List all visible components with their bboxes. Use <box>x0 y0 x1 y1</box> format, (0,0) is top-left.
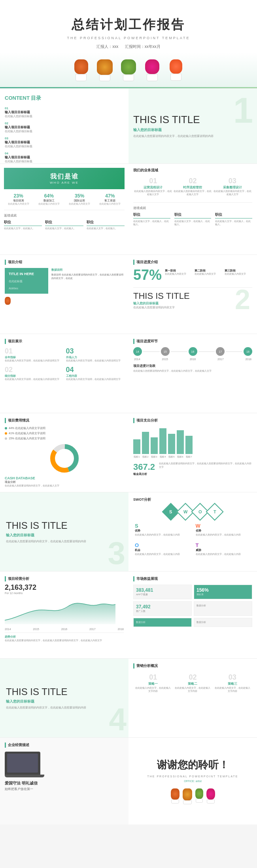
timeline-line <box>198 351 215 352</box>
trend-label: 趋势分析 <box>5 635 124 639</box>
thanks-addr: OFFICE: artist <box>184 780 202 783</box>
thank-cactus-4 <box>206 788 215 804</box>
slide-company: 企业经营描述 爱国守法 明礼诚信 始终把客户放在第一 谢谢您的聆听！ THE P… <box>0 737 257 824</box>
area-labels: 20142015201620172018 <box>5 628 124 631</box>
stats-row: 23%项目统筹在此处输入内容文字64%数据加工在此处输入内容文字35%国际运营在… <box>4 193 125 206</box>
position-row-2: 职位 在此处输入文字，在此输入，在此输入。 职位 在此处输入文字，在此输入，在此… <box>133 212 252 226</box>
title2-subtitle: 输入您的目标标题 <box>133 301 252 306</box>
marketing-label: 营销分析概况 <box>133 663 252 669</box>
strategy-item: 01策略一在此处输入内容文字，在此处输入文字内容 <box>133 672 173 695</box>
market-item: 数据分析 <box>194 618 252 627</box>
proj-display-right: 项目进度环节 1415161718 20142015201620172018 项… <box>128 334 257 413</box>
market-item: 37,492推广人数 <box>133 601 192 616</box>
stat-item: 64%数据加工在此处输入内容文字 <box>34 193 63 206</box>
cactus-4 <box>144 59 161 81</box>
title1-desc: 在此处输入您想要说明的内容文字，在此处输入您想要说明的内容 <box>133 134 252 139</box>
analysis-desc-section: 在此处输入您想要说明的内容文字，在此处输入您想要说明的内容文字，在此处输入内容文… <box>159 462 252 476</box>
proj-intro-left: 项目介绍 TITLE IN HERE 在此处标题 Abilities 数据说明 … <box>0 255 128 334</box>
strategy-item: 03策略三在此处输入内容文字，在此处输入文字内容 <box>213 672 252 695</box>
bar <box>168 434 175 454</box>
big-num-1: 1 <box>233 93 253 128</box>
bar-chart <box>133 426 252 454</box>
financial-right: 市场效益展现 383,481APP下载量156%增长率37,492推广人数数据分… <box>128 572 257 658</box>
who-right: 我们的业务流域 01运营流程设计在此处输入您的项目内容文字，在此处输入文字02时… <box>128 164 257 255</box>
timeline-year-label: 2016 <box>190 358 196 361</box>
expense-right-label: 项目支出分析 <box>133 418 252 423</box>
trend-section: 趋势分析 在此处输入您想要说明的内容文字，在此处输入您想要说明的内容文字，在此处… <box>5 632 124 642</box>
title3-text: THIS IS TITLE <box>6 520 123 531</box>
thanks-cactus-row <box>171 788 215 804</box>
thank-cactus-3 <box>195 788 203 804</box>
slide-expense: 项目费用情况 44% 在此处输入内容文字说明41% 在此处输入内容文字说明15%… <box>0 413 257 492</box>
slide-project-intro: 项目介绍 TITLE IN HERE 在此处标题 Abilities 数据说明 … <box>0 255 257 334</box>
proj-grid-item: 01全年指标在此处输入内容文字说明，在此处输入内容说明文字 <box>5 347 63 363</box>
slide-project-display: 项目展示 01全年指标在此处输入内容文字说明，在此处输入内容说明文字03外场人力… <box>0 334 257 413</box>
bar <box>159 428 166 454</box>
finance-sub: For 12 months <box>5 592 124 594</box>
stat-item: 47%客工资源在此处输入内容文字 <box>96 193 125 206</box>
stages-row: 第一阶段在此处输入内容文字第二阶段在此处输入内容文字第三阶段在此处输入内容文字 <box>165 269 252 276</box>
title4-left: THIS IS TITLE 输入您的目标标题 在此处输入您想要说明的内容文字，在… <box>0 659 128 737</box>
diamond-t: T <box>206 503 223 520</box>
trend-desc: 在此处输入您想要说明的内容文字，在此处输入您想要说明的内容文字，在此处输入内容文… <box>5 639 124 642</box>
title3-left: THIS IS TITLE 输入您的目标标题 在此处输入您想要说明的内容文字，在… <box>0 492 128 571</box>
cactus-row <box>0 53 257 81</box>
stat-item: 35%国际运营在此处输入内容文字 <box>65 193 94 206</box>
timeline-line <box>143 351 160 352</box>
timeline-circle: 17 <box>216 347 225 356</box>
bar <box>142 432 149 454</box>
company-left: 企业经营描述 爱国守法 明礼诚信 始终把客户放在第一 <box>0 738 128 824</box>
financial-label: 项目经营分析 <box>5 576 124 581</box>
timeline-plan-label: 项目进度计划表 <box>133 364 252 368</box>
proj-grid-item: 04工程内容在此处输入内容文字说明，在此处输入内容说明文字 <box>66 366 124 381</box>
laptop-screen <box>5 752 40 775</box>
strategy-item: 02策略二在此处输入内容文字，在此处输入文字内容 <box>173 672 212 695</box>
content-label: CONTENT 目录 <box>5 95 124 102</box>
date-label: 汇报时间：xx年xx月 <box>125 44 161 49</box>
stage-item: 第一阶段在此处输入内容文字 <box>165 269 193 276</box>
analysis-desc: 在此处输入您想要说明的内容文字，在此处输入您想要说明的内容文字，在此处输入内容文… <box>159 462 252 469</box>
swot-item: W劣势在此处输入您的内容文字，在此处输入内容 <box>194 521 253 538</box>
thank-cactus-1 <box>171 788 180 804</box>
proj-intro-right: 项目进度介绍 57% 第一阶段在此处输入内容文字第二阶段在此处输入内容文字第三阶… <box>128 255 257 334</box>
timeline-desc: 在此处输入您想要说明的内容文字，在此处输入内容文字，在此处输入文字 <box>133 369 252 373</box>
stage-item: 第二阶段在此处输入内容文字 <box>195 269 222 276</box>
timeline-year-label: 2014 <box>134 358 140 361</box>
title4-text: THIS IS TITLE <box>6 686 123 697</box>
timeline-row: 1415161718 <box>133 347 252 356</box>
swot-grid: S优势在此处输入您的内容文字，在此处输入内容W劣势在此处输入您的内容文字，在此处… <box>133 521 252 558</box>
timeline-years: 20142015201620172018 <box>133 358 252 361</box>
timeline-circle: 14 <box>133 347 142 356</box>
donut-chart <box>49 443 80 474</box>
position-item: 职位在此处输入文字，在此输入。 <box>45 220 83 230</box>
title4-subtitle: 输入您的目标标题 <box>6 699 123 704</box>
cash-label: CASH DATABASE <box>5 476 124 480</box>
who-left: 我们是谁 WHO ARE WE 23%项目统筹在此处输入内容文字64%数据加工在… <box>0 164 128 255</box>
expense-item: 15% 在此处输入内容文字说明 <box>5 437 124 441</box>
bar-label: 指标5 <box>168 455 175 459</box>
content-item: 04输入项目目标标题在此输入您的项目标题 <box>5 152 124 163</box>
business-label: 我们的业务流域 <box>133 168 252 173</box>
thank-cactus-2 <box>183 788 192 804</box>
bar-label: 指标6 <box>177 455 184 459</box>
stages-section: 第一阶段在此处输入内容文字第二阶段在此处输入内容文字第三阶段在此处输入内容文字 <box>165 267 252 276</box>
bar <box>177 430 184 454</box>
biz-item: 02时序流程管控在此处输入您的项目内容文字，在此处输入文字 <box>173 177 212 196</box>
bar-label: 指标1 <box>133 455 140 459</box>
green-box: TITLE IN HERE 在此处标题 Abilities <box>5 268 48 294</box>
bar <box>185 436 193 454</box>
market-item: 383,481APP下载量 <box>133 585 192 599</box>
cactus-5 <box>167 59 185 81</box>
biz-item: 01运营流程设计在此处输入您的项目内容文字，在此处输入文字 <box>133 177 173 196</box>
expense-list: 44% 在此处输入内容文字说明41% 在此处输入内容文字说明15% 在此处输入内… <box>5 426 124 441</box>
company-motto-1: 爱国守法 明礼诚信 <box>5 781 124 786</box>
expense-item: 41% 在此处输入内容文字说明 <box>5 431 124 435</box>
proj-grid: 01全年指标在此处输入内容文字说明，在此处输入内容说明文字03外场人力在此处输入… <box>5 347 124 381</box>
pos-item-1: 职位 在此处输入文字，在此输入，在此输入。 <box>133 212 170 226</box>
proj-intro-desc: 数据说明 数据说明 在此处输入您想要说明的内容文字，在此处输入您想要说明的内容文… <box>51 268 124 294</box>
expense-item: 44% 在此处输入内容文字说明 <box>5 426 124 430</box>
green-box-title: TITLE IN HERE <box>9 272 44 276</box>
positions-row: 职位在此处输入文字，在此输入。职位在此处输入文字，在此输入。职位在此处输入文字，… <box>4 220 125 230</box>
who-section-label: 返绩成就 职位在此处输入文字，在此输入。职位在此处输入文字，在此输入。职位在此处… <box>4 210 125 230</box>
small-cactus-decor <box>5 297 124 305</box>
